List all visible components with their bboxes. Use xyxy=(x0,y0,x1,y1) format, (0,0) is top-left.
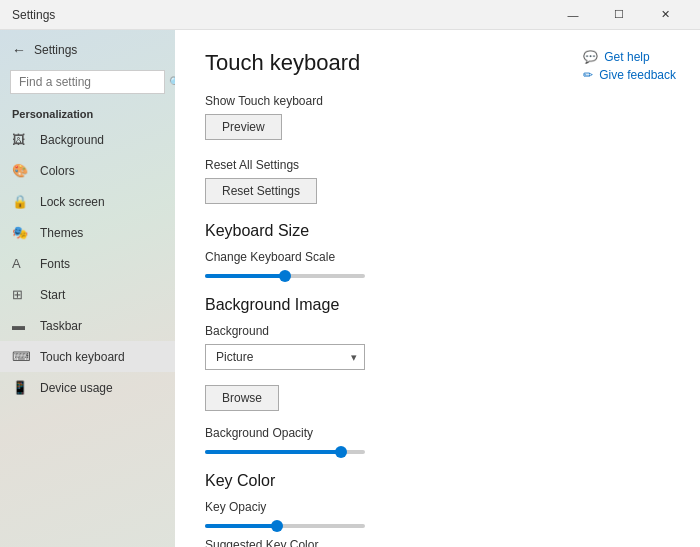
sidebar-item-label-themes: Themes xyxy=(40,226,83,240)
get-help-link[interactable]: 💬 Get help xyxy=(583,50,676,64)
get-help-icon: 💬 xyxy=(583,50,598,64)
suggested-key-color-label: Suggested Key Color xyxy=(205,538,670,547)
device-usage-icon: 📱 xyxy=(12,380,30,395)
sidebar-back-label: Settings xyxy=(34,43,77,57)
background-opacity-fill xyxy=(205,450,341,454)
show-touch-keyboard-section: Show Touch keyboard Preview xyxy=(205,94,670,140)
reset-settings-section: Reset All Settings Reset Settings xyxy=(205,158,670,204)
key-opacity-label: Key Opaciy xyxy=(205,500,670,514)
sidebar-item-fonts[interactable]: AFonts xyxy=(0,248,175,279)
background-dropdown[interactable]: PictureNoneCustom xyxy=(205,344,365,370)
background-icon: 🖼 xyxy=(12,132,30,147)
app-body: ← Settings 🔍 Personalization 🖼Background… xyxy=(0,30,700,547)
background-image-section: Background Image Background PictureNoneC… xyxy=(205,296,670,454)
sidebar-item-label-start: Start xyxy=(40,288,65,302)
background-dropdown-wrapper: PictureNoneCustom xyxy=(205,344,365,370)
background-opacity-track xyxy=(205,450,365,454)
give-feedback-icon: ✏ xyxy=(583,68,593,82)
help-links: 💬 Get help ✏ Give feedback xyxy=(583,50,676,82)
keyboard-scale-slider-container xyxy=(205,274,670,278)
sidebar-back[interactable]: ← Settings xyxy=(0,34,175,66)
sidebar-item-label-device-usage: Device usage xyxy=(40,381,113,395)
background-opacity-label: Background Opacity xyxy=(205,426,670,440)
give-feedback-label: Give feedback xyxy=(599,68,676,82)
reset-all-label: Reset All Settings xyxy=(205,158,670,172)
keyboard-scale-thumb[interactable] xyxy=(279,270,291,282)
sidebar-item-lock-screen[interactable]: 🔒Lock screen xyxy=(0,186,175,217)
get-help-label: Get help xyxy=(604,50,649,64)
close-button[interactable]: ✕ xyxy=(642,0,688,30)
start-icon: ⊞ xyxy=(12,287,30,302)
sidebar-item-label-background: Background xyxy=(40,133,104,147)
title-bar-title: Settings xyxy=(12,8,550,22)
key-color-title: Key Color xyxy=(205,472,670,490)
background-opacity-thumb[interactable] xyxy=(335,446,347,458)
search-icon: 🔍 xyxy=(169,76,175,89)
give-feedback-link[interactable]: ✏ Give feedback xyxy=(583,68,676,82)
title-bar: Settings — ☐ ✕ xyxy=(0,0,700,30)
keyboard-size-section: Keyboard Size Change Keyboard Scale xyxy=(205,222,670,278)
fonts-icon: A xyxy=(12,256,30,271)
background-label: Background xyxy=(205,324,670,338)
content-area: 💬 Get help ✏ Give feedback Touch keyboar… xyxy=(175,30,700,547)
keyboard-scale-fill xyxy=(205,274,285,278)
sidebar-item-label-touch-keyboard: Touch keyboard xyxy=(40,350,125,364)
colors-icon: 🎨 xyxy=(12,163,30,178)
reset-settings-button[interactable]: Reset Settings xyxy=(205,178,317,204)
sidebar-item-start[interactable]: ⊞Start xyxy=(0,279,175,310)
sidebar-item-taskbar[interactable]: ▬Taskbar xyxy=(0,310,175,341)
key-opacity-thumb[interactable] xyxy=(271,520,283,532)
show-touch-keyboard-label: Show Touch keyboard xyxy=(205,94,670,108)
themes-icon: 🎭 xyxy=(12,225,30,240)
back-arrow-icon: ← xyxy=(12,42,26,58)
key-color-section: Key Color Key Opaciy Suggested Key Color… xyxy=(205,472,670,547)
sidebar-item-label-lock-screen: Lock screen xyxy=(40,195,105,209)
sidebar-section-label: Personalization xyxy=(0,98,175,124)
sidebar-items-list: 🖼Background🎨Colors🔒Lock screen🎭ThemesAFo… xyxy=(0,124,175,403)
sidebar-item-label-colors: Colors xyxy=(40,164,75,178)
title-bar-controls: — ☐ ✕ xyxy=(550,0,688,30)
background-opacity-slider-container xyxy=(205,450,670,454)
key-opacity-slider-container xyxy=(205,524,670,528)
touch-keyboard-icon: ⌨ xyxy=(12,349,30,364)
key-opacity-fill xyxy=(205,524,277,528)
key-opacity-track xyxy=(205,524,365,528)
search-input[interactable] xyxy=(19,75,169,89)
browse-button[interactable]: Browse xyxy=(205,385,279,411)
taskbar-icon: ▬ xyxy=(12,318,30,333)
sidebar-item-themes[interactable]: 🎭Themes xyxy=(0,217,175,248)
background-image-title: Background Image xyxy=(205,296,670,314)
keyboard-scale-label: Change Keyboard Scale xyxy=(205,250,670,264)
sidebar-item-label-taskbar: Taskbar xyxy=(40,319,82,333)
sidebar-item-device-usage[interactable]: 📱Device usage xyxy=(0,372,175,403)
sidebar-item-touch-keyboard[interactable]: ⌨Touch keyboard xyxy=(0,341,175,372)
preview-button[interactable]: Preview xyxy=(205,114,282,140)
lock-screen-icon: 🔒 xyxy=(12,194,30,209)
sidebar-item-label-fonts: Fonts xyxy=(40,257,70,271)
sidebar: ← Settings 🔍 Personalization 🖼Background… xyxy=(0,30,175,547)
minimize-button[interactable]: — xyxy=(550,0,596,30)
sidebar-item-colors[interactable]: 🎨Colors xyxy=(0,155,175,186)
sidebar-item-background[interactable]: 🖼Background xyxy=(0,124,175,155)
maximize-button[interactable]: ☐ xyxy=(596,0,642,30)
keyboard-scale-track xyxy=(205,274,365,278)
keyboard-size-title: Keyboard Size xyxy=(205,222,670,240)
sidebar-content: ← Settings 🔍 Personalization 🖼Background… xyxy=(0,34,175,403)
sidebar-search-box[interactable]: 🔍 xyxy=(10,70,165,94)
